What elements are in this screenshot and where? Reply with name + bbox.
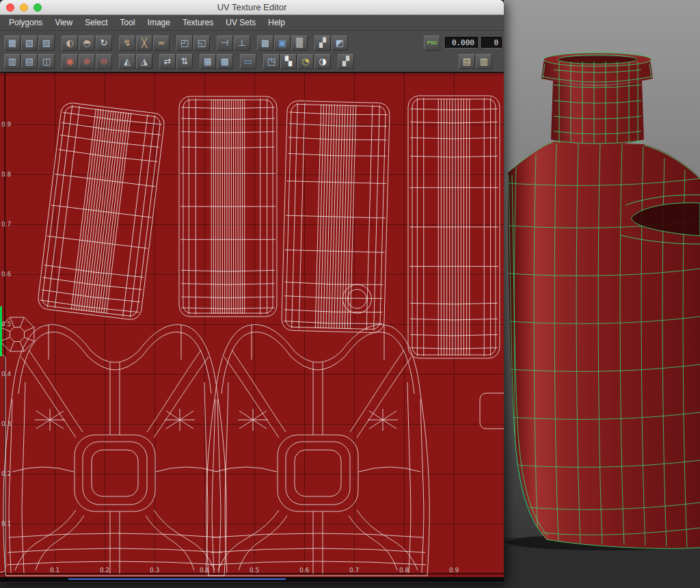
- layout-uvs-button[interactable]: ◰: [176, 36, 193, 51]
- isolate-view-icon: ◉: [66, 57, 73, 66]
- rotate-uvs-button[interactable]: ↻: [96, 36, 112, 51]
- rgb-channels-button[interactable]: ◔: [297, 54, 314, 69]
- border-edges-icon: ◩: [336, 38, 344, 47]
- window-title: UV Texture Editor: [217, 2, 287, 12]
- v-axis-tick: 0.5: [1, 321, 11, 328]
- uv-select-tool-button[interactable]: ◫: [38, 54, 55, 69]
- rgb-circle-icon: ◔: [301, 57, 309, 66]
- menu-uv-sets[interactable]: UV Sets: [219, 15, 262, 31]
- paste-value-button[interactable]: ▥: [476, 54, 492, 69]
- checker-display-button[interactable]: ▚: [280, 54, 297, 69]
- uv-smudge-tool-button[interactable]: ▨: [38, 36, 55, 51]
- uv-lattice-tool-button[interactable]: ▦: [4, 36, 21, 51]
- v-axis-tick: 0.8: [1, 171, 11, 178]
- copy-uvs-button[interactable]: ◳: [263, 54, 280, 69]
- move-v-button[interactable]: ⇅: [176, 54, 193, 69]
- menu-help[interactable]: Help: [262, 15, 291, 31]
- window-titlebar[interactable]: UV Texture Editor: [0, 0, 504, 15]
- v-axis-tick: 0.1: [1, 520, 11, 527]
- isolate-remove-button[interactable]: ⊖: [96, 54, 112, 69]
- v-axis-tick: 0.4: [1, 371, 11, 377]
- tile-checker-icon: ▞: [342, 57, 349, 66]
- flip-u-icon: ◐: [66, 38, 73, 47]
- layout-grid-icon: ◰: [180, 38, 189, 47]
- menu-select[interactable]: Select: [79, 15, 113, 31]
- image-range-icon: ▭: [244, 57, 252, 66]
- unfold-uvs-button[interactable]: ◱: [193, 36, 210, 51]
- texture-borders-button[interactable]: ◩: [332, 36, 348, 51]
- flip-v-button[interactable]: ◓: [79, 36, 95, 51]
- snap-grid-button[interactable]: ▩: [257, 36, 273, 51]
- image-range-button[interactable]: ▭: [240, 54, 256, 69]
- pixel-grid-icon: ▩: [221, 57, 229, 66]
- uv-rotate-tool-button[interactable]: ▥: [4, 54, 21, 69]
- close-button[interactable]: [6, 3, 14, 12]
- sew-edges-icon: ≈: [158, 38, 165, 47]
- cut-uvs-button[interactable]: ↯: [119, 36, 135, 51]
- copy-value-button[interactable]: ▤: [459, 54, 475, 69]
- isolate-add-button[interactable]: ⊕: [79, 54, 95, 69]
- grid-all-icon: ▦: [204, 57, 212, 66]
- maya-workspace: UV Texture Editor PolygonsViewSelectTool…: [0, 0, 700, 588]
- psd-icon: PSD: [427, 40, 437, 45]
- alpha-circle-icon: ◑: [319, 57, 326, 66]
- checker-icon: ▚: [285, 57, 292, 66]
- align-v-button[interactable]: ⊥: [234, 36, 250, 51]
- dither-image-button[interactable]: ▒: [291, 36, 308, 51]
- tile-checker-button[interactable]: ▞: [338, 54, 354, 69]
- shade-uvs-button[interactable]: ▞: [314, 36, 331, 51]
- toolbar-row-2: ▥▤◫◉⊕⊖◭◮⇄⇅▦▩▭◳▚◔◑▞▤▥: [4, 52, 504, 70]
- grid-uvs-button[interactable]: ▦: [200, 54, 216, 69]
- alpha-channel-button[interactable]: ◑: [314, 54, 331, 69]
- u-axis-tick: 0.1: [50, 567, 59, 574]
- shade-checker-icon: ▞: [319, 38, 326, 47]
- scroll-indicator[interactable]: [68, 578, 286, 580]
- lattice-grid-icon: ▦: [8, 38, 16, 47]
- toolbar-row-1: ▦▧▨◐◓↻↯╳≈◰◱⊣⊥▩▣▒▞◩PSD: [4, 34, 504, 52]
- minimize-button[interactable]: [20, 3, 28, 12]
- window-controls: [6, 3, 42, 12]
- isolate-select-button[interactable]: ◉: [62, 54, 78, 69]
- flip-shell-button[interactable]: ◭: [119, 54, 135, 69]
- move-u-button[interactable]: ⇄: [159, 54, 176, 69]
- u-axis-tick: 0.6: [299, 567, 309, 574]
- pixel-snap-button[interactable]: ▩: [217, 54, 233, 69]
- u-axis-tick: 0.2: [100, 567, 109, 574]
- align-bottom-icon: ⊥: [238, 38, 245, 47]
- sew-uvs-button[interactable]: ≈: [153, 36, 170, 51]
- menu-view[interactable]: View: [49, 15, 79, 31]
- transform-value-field-2[interactable]: 0: [481, 37, 502, 49]
- u-axis-tick: 0.4: [200, 567, 209, 574]
- v-axis-tick: 0.9: [1, 121, 11, 128]
- menu-tool[interactable]: Tool: [114, 15, 142, 31]
- u-axis-tick: 0.9: [449, 567, 459, 574]
- uv-texture-editor-window: UV Texture Editor PolygonsViewSelectTool…: [0, 0, 504, 583]
- rotate-shell-button[interactable]: ◮: [136, 54, 152, 69]
- menu-bar: PolygonsViewSelectToolImageTexturesUV Se…: [0, 15, 504, 31]
- menu-polygons[interactable]: Polygons: [3, 15, 49, 31]
- v-axis-indicator: [0, 306, 2, 356]
- split-uvs-button[interactable]: ╳: [136, 36, 152, 51]
- uv-move-tool-button[interactable]: ▧: [21, 36, 38, 51]
- rotate-ccw-icon: ↻: [100, 38, 108, 47]
- uv-canvas[interactable]: 0.90.80.70.60.50.40.30.20.1 0.10.20.30.4…: [0, 73, 504, 577]
- create-psd-button[interactable]: PSD: [424, 36, 440, 51]
- transform-value-field[interactable]: 0.000: [445, 37, 478, 49]
- copy-stack-icon: ◳: [267, 57, 275, 66]
- uv-scale-tool-button[interactable]: ▤: [21, 54, 38, 69]
- clipboard-paste-icon: ▥: [480, 57, 488, 66]
- image-display-icon: ▣: [278, 38, 286, 47]
- u-axis-tick: 0.5: [250, 567, 259, 574]
- scale-grid-icon: ▤: [25, 57, 33, 66]
- arrows-horizontal-icon: ⇄: [164, 57, 172, 66]
- rotate-grid-icon: ▥: [8, 57, 16, 66]
- menu-textures[interactable]: Textures: [176, 15, 219, 31]
- v-axis-tick: 0.3: [1, 420, 11, 427]
- align-u-button[interactable]: ⊣: [217, 36, 233, 51]
- clipboard-copy-icon: ▤: [463, 57, 471, 66]
- display-image-button[interactable]: ▣: [274, 36, 291, 51]
- zoom-button[interactable]: [33, 3, 42, 12]
- flip-u-button[interactable]: ◐: [62, 36, 78, 51]
- menu-image[interactable]: Image: [142, 15, 176, 31]
- rotate-triangle-icon: ◮: [141, 57, 148, 66]
